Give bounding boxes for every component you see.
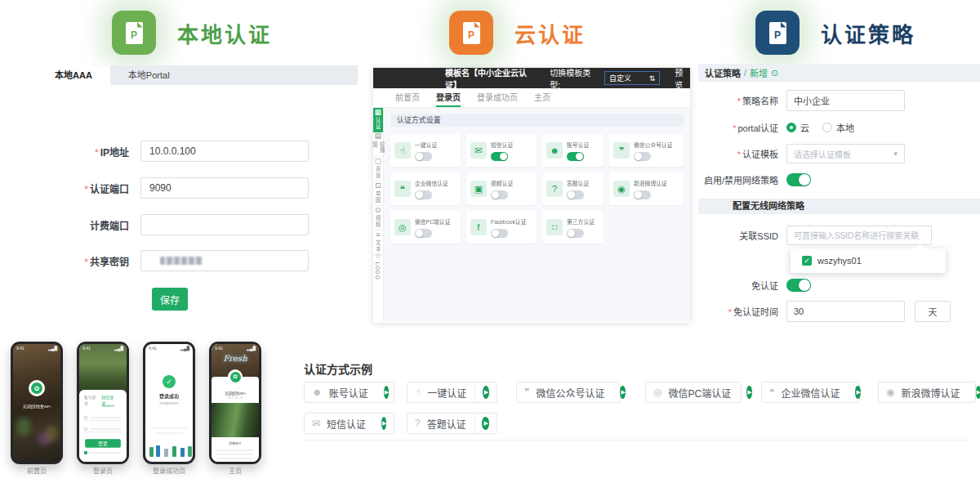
ssid-checkbox[interactable]: ✓ (802, 256, 812, 266)
required-mark: * (737, 96, 741, 106)
success-check-icon: ✓ (163, 375, 176, 388)
preview-button[interactable]: 预览 (675, 66, 690, 91)
auth-methods-section-title: 认证方式设置 (390, 114, 684, 127)
tab-login-success-page[interactable]: 登录成功页 (477, 88, 518, 107)
auth-card-facebook: fFacebook认证 (466, 211, 537, 244)
store-photo (79, 344, 127, 395)
sidebar-item-text[interactable]: ≡文本 (373, 230, 383, 255)
radio-local[interactable] (822, 123, 832, 132)
login-tab-account[interactable]: 账号登录 (84, 394, 96, 406)
example-wechat-official-auth[interactable]: ❞ 微信公众号认证 ▶ (516, 382, 621, 403)
play-icon[interactable]: ▶ (483, 386, 489, 399)
example-wecom-auth[interactable]: ❝ 企业微信认证 ▶ (761, 382, 860, 403)
toggle[interactable] (567, 229, 584, 238)
policy-app-icon: P (755, 11, 800, 55)
examples-title: 认证方式示例 (304, 360, 372, 377)
auth-card-weibo: ◉新浪微博认证 (609, 172, 684, 205)
toggle[interactable] (491, 229, 508, 238)
example-wechat-pc-auth[interactable]: ◎ 微信PC端认证 ▶ (645, 382, 742, 403)
example-one-key-auth[interactable]: ☝ 一键认证 ▶ (407, 382, 497, 403)
auth-template-row: *认证模板 请选择认证模板 ▾ (698, 144, 905, 163)
ssid-row: 关联SSID (698, 226, 932, 245)
free-time-input[interactable] (786, 301, 905, 322)
cloud-template-editor: 模板名【中小企业云认证】 切换模板类型: 自定义 ⇅ 预览 前置页 登录页 登录… (373, 68, 690, 323)
free-auth-toggle[interactable] (786, 279, 811, 292)
sms-icon: ✉ (312, 418, 320, 429)
template-name: 模板名【中小企业云认证】 (445, 66, 537, 91)
phone-login-page: 9:41▂▄█ 账号登录 短信登录 登录 (77, 342, 129, 464)
phone-caption: 登录成功页 (143, 466, 195, 475)
sidebar-item-logo[interactable]: ☆LOGO (373, 255, 383, 280)
toggle[interactable] (491, 152, 508, 161)
radio-local-label[interactable]: 本地 (836, 121, 854, 134)
wireless-policy-section-title: 配置无线网络策略 (698, 199, 980, 214)
free-time-unit: 天 (915, 301, 951, 322)
toggle[interactable] (415, 190, 432, 199)
toggle[interactable] (491, 190, 508, 199)
enable-policy-toggle[interactable] (786, 173, 811, 186)
background-icon: ▢ (375, 158, 382, 165)
password-input[interactable] (84, 426, 122, 432)
template-type-select[interactable]: 自定义 ⇅ (604, 71, 660, 85)
play-icon[interactable]: ▶ (620, 386, 625, 399)
example-account-auth[interactable]: ☻ 账号认证 ▶ (304, 382, 394, 403)
auth-port-input[interactable] (140, 177, 309, 199)
login-input[interactable] (84, 414, 122, 421)
enable-policy-label: 启用/禁用网络策略 (698, 173, 786, 186)
brand-intro-title: 品牌简介 (220, 441, 251, 446)
tab-login-page[interactable]: 登录页 (436, 88, 461, 107)
field-row-auth-port: *认证端口 (0, 177, 309, 199)
toggle[interactable] (567, 190, 584, 199)
field-row-ip: *IP地址 (0, 141, 309, 162)
play-icon[interactable]: ▶ (384, 386, 389, 399)
login-tab-sms[interactable]: 短信登录 (102, 394, 114, 406)
sidebar-item-background[interactable]: ▢背景 (373, 157, 383, 181)
field-row-shared-key: *共享密钥 (0, 250, 309, 271)
ip-input[interactable] (140, 141, 309, 162)
cloud-auth-title: 云认证 (514, 18, 586, 48)
sidebar-item-auth[interactable]: ▦认证 (373, 108, 383, 132)
example-quiz-auth[interactable]: ? 答题认证 ▶ (407, 413, 497, 434)
radio-cloud-label[interactable]: 云 (800, 121, 809, 134)
tab-home-page[interactable]: 主页 (534, 88, 550, 107)
toggle[interactable] (634, 190, 651, 199)
breadcrumb-root[interactable]: 认证策略 (705, 66, 741, 79)
auth-port-label: 认证端口 (90, 184, 129, 195)
editor-sidebar: ▦认证 ▤轮播图 ▢背景 ⊡单图 ⊙视频 ≡文本 ☆LOGO (373, 108, 384, 322)
sidebar-item-carousel[interactable]: ▤轮播图 (373, 132, 383, 157)
required-mark: * (728, 307, 732, 317)
phone-caption: 登录页 (77, 466, 129, 475)
play-icon[interactable]: ▶ (976, 386, 980, 399)
sidebar-item-video[interactable]: ⊙视频 (373, 206, 383, 230)
tab-local-portal[interactable]: 本地Portal (110, 65, 188, 85)
toggle[interactable] (415, 229, 432, 238)
brand-logo: ✿ (29, 380, 45, 396)
sidebar-item-single-image[interactable]: ⊡单图 (373, 181, 383, 206)
example-weibo-auth[interactable]: ◉ 新浪微博认证 ▶ (878, 382, 976, 403)
toggle[interactable] (634, 152, 651, 161)
free-time-row: *免认证时间 (698, 301, 905, 322)
ssid-option[interactable]: wszyhys01 (817, 256, 862, 266)
play-icon[interactable]: ▶ (482, 417, 489, 430)
tab-pre-page[interactable]: 前置页 (395, 88, 420, 107)
acct-port-input[interactable] (140, 214, 309, 235)
ssid-search-input[interactable] (786, 226, 932, 245)
policy-name-input[interactable] (786, 90, 905, 111)
weibo-icon: ◉ (613, 181, 630, 197)
save-button[interactable]: 保存 (152, 288, 188, 311)
toggle[interactable] (567, 152, 584, 161)
play-icon[interactable]: ▶ (381, 417, 386, 430)
login-button[interactable]: 登录 (85, 439, 121, 447)
auth-card-account: ☻账号认证 (542, 134, 604, 167)
image-icon: ⊡ (375, 182, 381, 190)
portal-doc-icon: P (463, 22, 480, 44)
toggle[interactable] (415, 152, 432, 161)
video-icon: ⊙ (375, 207, 381, 214)
tab-local-aaa[interactable]: 本地AAA (37, 65, 110, 85)
auth-template-select[interactable]: 请选择认证模板 ▾ (786, 144, 905, 163)
brand-intro-section: 品牌简介 (212, 437, 259, 462)
play-icon[interactable]: ▶ (855, 386, 860, 399)
radio-cloud[interactable] (786, 123, 796, 132)
example-sms-auth[interactable]: ✉ 短信认证 ▶ (304, 413, 394, 434)
play-icon[interactable]: ▶ (746, 386, 751, 399)
